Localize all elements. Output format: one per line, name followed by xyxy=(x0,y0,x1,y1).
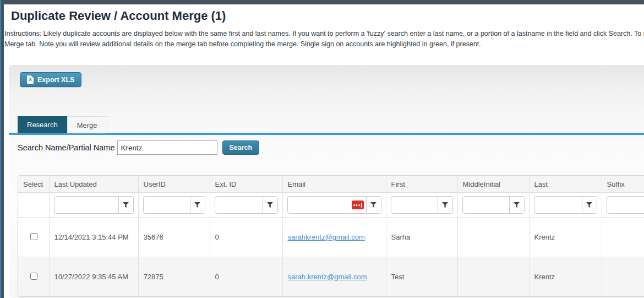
filter-input-last-updated[interactable] xyxy=(54,197,118,213)
suffix-cell xyxy=(602,218,644,257)
column-header-ext-id: Ext. ID xyxy=(210,176,282,193)
instructions-line-1: Instructions: Likely duplicate accounts … xyxy=(4,29,644,39)
last-updated-cell: 12/14/2021 3:15:44 PM xyxy=(49,218,138,257)
filter-cell-last-updated xyxy=(49,193,138,218)
excel-file-icon xyxy=(27,75,34,84)
table-row: 10/27/2022 9:35:45 AM 72875 0 sarah.kren… xyxy=(18,257,644,297)
column-header-userid: UserID xyxy=(138,176,210,193)
header-row: Select Last Updated UserID Ext. ID Email… xyxy=(18,176,644,193)
filter-input-middleinitial[interactable] xyxy=(463,197,509,213)
filter-input-suffix[interactable] xyxy=(607,197,644,213)
results-table: Select Last Updated UserID Ext. ID Email… xyxy=(18,175,644,297)
filter-row xyxy=(18,193,644,218)
middleinitial-cell xyxy=(457,218,529,257)
column-header-last: Last xyxy=(529,176,602,193)
filter-cell-middleinitial xyxy=(457,193,529,218)
filter-funnel-icon[interactable] xyxy=(263,197,277,213)
first-cell: Sarha xyxy=(386,218,457,257)
userid-cell: 35676 xyxy=(138,218,210,257)
filter-input-first[interactable] xyxy=(391,197,438,213)
email-link[interactable]: sarahkrentz@gmail.com xyxy=(288,233,365,241)
column-header-last-updated: Last Updated xyxy=(49,176,138,193)
row-select-checkbox[interactable] xyxy=(30,233,37,240)
column-header-suffix: Suffix xyxy=(602,176,644,193)
filter-cell-first xyxy=(386,193,457,218)
tab-merge[interactable]: Merge xyxy=(67,116,107,133)
filter-input-userid[interactable] xyxy=(144,197,190,213)
search-label: Search Name/Partial Name xyxy=(18,143,115,152)
email-link[interactable]: sarah.krentz@gmail.com xyxy=(288,273,367,281)
column-header-first: First xyxy=(386,176,457,193)
suffix-cell xyxy=(602,257,644,297)
instructions-text: Instructions: Likely duplicate accounts … xyxy=(4,29,644,50)
last-cell: Krentz xyxy=(529,218,602,257)
search-button[interactable]: Search xyxy=(222,140,260,155)
first-cell: Test xyxy=(386,257,457,297)
tab-strip: Research Merge xyxy=(18,116,107,133)
email-cell: sarah.krentz@gmail.com xyxy=(282,257,386,297)
duplicates-grid: Select Last Updated UserID Ext. ID Email… xyxy=(18,176,644,296)
left-edge-dark xyxy=(1,4,4,298)
filter-funnel-icon[interactable] xyxy=(366,197,381,213)
instructions-line-2: Merge tab. Note you will review addition… xyxy=(4,39,644,50)
filter-cell-select xyxy=(18,193,49,218)
filter-cell-last xyxy=(529,193,602,218)
last-updated-cell: 10/27/2022 9:35:45 AM xyxy=(49,257,138,297)
filter-input-last[interactable] xyxy=(534,197,582,213)
column-header-select: Select xyxy=(18,176,49,193)
select-cell xyxy=(18,218,49,257)
filter-funnel-icon[interactable] xyxy=(582,197,597,213)
filter-funnel-icon[interactable] xyxy=(509,197,524,213)
filter-funnel-icon[interactable] xyxy=(118,197,133,213)
table-row: 12/14/2021 3:15:44 PM 35676 0 sarahkrent… xyxy=(18,218,644,257)
export-xls-button[interactable]: Export XLS xyxy=(20,72,81,87)
filter-funnel-icon[interactable] xyxy=(190,197,205,213)
ext-id-cell: 0 xyxy=(210,257,282,297)
tab-research[interactable]: Research xyxy=(18,116,67,133)
top-bar xyxy=(0,0,644,4)
filter-cell-suffix xyxy=(602,193,644,218)
page-title: Duplicate Review / Account Merge (1) xyxy=(11,9,226,23)
column-header-middleinitial: MiddleInitial xyxy=(457,176,529,193)
select-cell xyxy=(18,257,49,297)
ext-id-cell: 0 xyxy=(210,218,282,257)
content-panel: Export XLS Research Merge Search Name/Pa… xyxy=(9,65,644,298)
filter-cell-userid xyxy=(138,193,210,218)
export-xls-label: Export XLS xyxy=(37,76,74,84)
email-cell: sarahkrentz@gmail.com xyxy=(282,218,386,257)
last-cell: Krentz xyxy=(529,257,602,297)
search-row: Search Name/Partial Name Search xyxy=(18,140,259,155)
filter-cell-email xyxy=(282,193,386,218)
search-input[interactable] xyxy=(117,140,217,155)
column-header-email: Email xyxy=(282,176,386,193)
filter-cell-ext-id xyxy=(210,193,282,218)
userid-cell: 72875 xyxy=(138,257,210,297)
middleinitial-cell xyxy=(457,257,529,297)
filter-input-ext-id[interactable] xyxy=(215,197,263,213)
row-select-checkbox[interactable] xyxy=(30,273,37,280)
filter-funnel-icon[interactable] xyxy=(438,197,452,213)
left-edge-accent xyxy=(0,0,1,298)
email-autofill-icon[interactable] xyxy=(352,201,364,209)
